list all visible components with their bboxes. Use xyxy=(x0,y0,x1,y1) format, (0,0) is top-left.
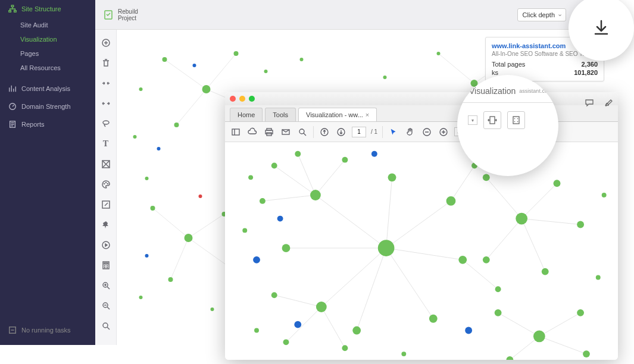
links-value: 101,820 xyxy=(574,69,598,76)
pdf-page-input[interactable] xyxy=(352,127,366,137)
minus-circle-icon xyxy=(422,127,432,137)
zoom-out-icon xyxy=(101,301,111,310)
sidebar-item-reports[interactable]: Reports xyxy=(0,115,95,133)
svg-line-92 xyxy=(357,248,386,330)
zoom-fit-button[interactable] xyxy=(100,320,112,332)
pdf-prev-page-button[interactable] xyxy=(318,126,330,138)
pdf-comment-button[interactable] xyxy=(583,97,595,109)
pdf-tab-tools[interactable]: Tools xyxy=(265,108,296,121)
pdf-select-tool[interactable] xyxy=(388,126,399,138)
svg-point-18 xyxy=(107,266,107,266)
svg-point-124 xyxy=(271,292,277,298)
pdf-print-button[interactable] xyxy=(263,126,275,138)
sidebar-item-pages[interactable]: Pages xyxy=(0,46,95,61)
svg-point-126 xyxy=(342,345,348,351)
magnifier-pdf-header: Visualization assistant.com.pdf ▾ xyxy=(457,75,558,176)
svg-line-107 xyxy=(539,336,586,354)
layout-button[interactable] xyxy=(100,158,112,170)
contract-button[interactable] xyxy=(100,77,112,89)
svg-line-100 xyxy=(486,177,521,218)
svg-point-145 xyxy=(596,275,601,280)
text-icon: T xyxy=(103,139,108,149)
arrow-up-icon xyxy=(320,127,329,137)
download-large-icon[interactable] xyxy=(592,18,611,37)
svg-point-59 xyxy=(383,76,387,79)
pdf-next-page-button[interactable] xyxy=(335,126,347,138)
tasks-icon xyxy=(8,326,17,334)
panel-icon xyxy=(231,127,241,137)
svg-line-109 xyxy=(451,166,474,201)
svg-point-148 xyxy=(371,151,377,157)
zoom-in-button[interactable] xyxy=(100,280,112,291)
cursor-icon xyxy=(389,128,398,136)
svg-line-99 xyxy=(321,307,345,348)
svg-line-25 xyxy=(207,54,236,89)
pdf-tab-document[interactable]: Visualization - ww...× xyxy=(298,108,377,121)
svg-point-147 xyxy=(294,321,301,328)
sidebar-item-all-resources[interactable]: All Resources xyxy=(0,61,95,75)
svg-point-121 xyxy=(295,151,301,157)
delete-button[interactable] xyxy=(100,57,112,69)
pin-button[interactable] xyxy=(100,219,112,231)
close-traffic-light[interactable] xyxy=(230,96,236,102)
edit-button[interactable] xyxy=(100,199,112,211)
sidebar-item-site-structure[interactable]: Site Structure xyxy=(0,0,95,18)
pdf-document-body[interactable] xyxy=(225,142,618,360)
sidebar-item-content-analysis[interactable]: Content Analysis xyxy=(0,80,95,98)
play-button[interactable] xyxy=(100,239,112,251)
lasso-button[interactable] xyxy=(100,118,112,130)
pdf-page-total: / 1 xyxy=(371,128,377,135)
svg-line-36 xyxy=(171,238,189,280)
sidebar-item-domain-strength[interactable]: Domain Strength xyxy=(0,98,95,115)
sidebar-item-site-audit[interactable]: Site Audit xyxy=(0,18,95,32)
click-depth-select[interactable]: Click depth xyxy=(517,8,566,21)
zoom-out-button[interactable] xyxy=(100,300,112,312)
palette-icon xyxy=(101,180,111,189)
svg-rect-2 xyxy=(14,11,17,12)
close-tab-icon[interactable]: × xyxy=(366,111,369,118)
magnifier-dropdown[interactable]: ▾ xyxy=(468,115,477,125)
pdf-zoom-in-button[interactable] xyxy=(438,126,449,138)
palette-button[interactable] xyxy=(100,178,112,190)
pdf-sign-button[interactable] xyxy=(602,97,614,109)
svg-rect-0 xyxy=(11,5,14,7)
add-node-button[interactable] xyxy=(100,37,112,49)
total-pages-label: Total pages xyxy=(492,61,525,68)
minimize-traffic-light[interactable] xyxy=(239,96,245,102)
sidebar-item-visualization[interactable]: Visualization xyxy=(0,32,95,46)
calculator-button[interactable] xyxy=(100,259,112,271)
svg-point-38 xyxy=(202,85,211,93)
svg-point-19 xyxy=(104,268,105,268)
pdf-save-button[interactable] xyxy=(246,126,258,138)
svg-point-51 xyxy=(185,234,193,242)
svg-line-103 xyxy=(521,219,545,272)
pdf-sidebar-button[interactable] xyxy=(230,126,242,138)
svg-point-23 xyxy=(103,323,108,328)
pdf-hand-tool[interactable] xyxy=(404,126,416,138)
svg-line-98 xyxy=(286,307,321,342)
svg-point-118 xyxy=(429,315,438,323)
expand-button[interactable] xyxy=(100,98,112,109)
text-button[interactable]: T xyxy=(100,138,112,150)
svg-rect-151 xyxy=(490,117,495,124)
svg-point-123 xyxy=(260,198,266,204)
pdf-zoom-out-button[interactable] xyxy=(421,126,433,138)
svg-point-39 xyxy=(163,57,167,62)
edit-icon xyxy=(101,200,111,209)
sidebar-footer-tasks[interactable]: No running tasks xyxy=(0,321,95,339)
pdf-tab-home[interactable]: Home xyxy=(230,108,263,121)
zoom-traffic-light[interactable] xyxy=(249,96,255,102)
svg-point-119 xyxy=(352,327,361,335)
pdf-email-button[interactable] xyxy=(280,126,292,138)
svg-point-66 xyxy=(211,307,214,311)
svg-point-133 xyxy=(533,331,545,343)
window-titlebar[interactable] xyxy=(225,92,618,105)
magnifier-title: Visualization xyxy=(469,86,516,96)
fit-page-button[interactable] xyxy=(507,111,525,129)
svg-line-26 xyxy=(177,89,207,125)
pdf-search-button[interactable] xyxy=(296,126,308,138)
svg-point-58 xyxy=(300,58,304,61)
rebuild-project-button[interactable]: Rebuild Project xyxy=(102,8,138,21)
fit-width-button[interactable] xyxy=(483,111,501,129)
zoom-in-icon xyxy=(101,281,111,290)
